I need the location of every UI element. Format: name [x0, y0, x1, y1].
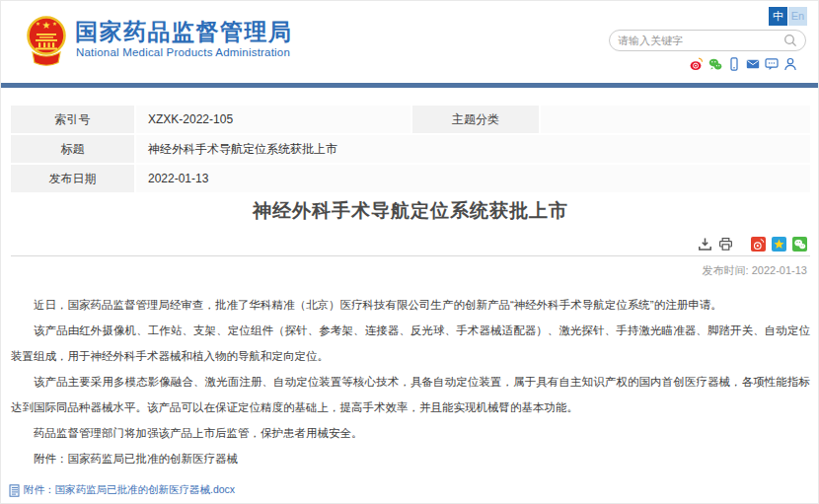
- meta-value-index: XZXK-2022-105: [136, 106, 410, 133]
- attachment-link[interactable]: 附件：国家药监局已批准的创新医疗器械.docx: [24, 483, 235, 497]
- message-icon[interactable]: [765, 57, 779, 71]
- svg-text:★: ★: [36, 21, 40, 27]
- meta-label-category: 主题分类: [412, 106, 539, 133]
- search-input[interactable]: [618, 35, 783, 46]
- attachment-link-row[interactable]: 附件：国家药监局已批准的创新医疗器械.docx: [9, 483, 235, 497]
- search-box[interactable]: [609, 30, 806, 51]
- svg-text:★: ★: [42, 20, 51, 31]
- user-icon[interactable]: [783, 57, 797, 71]
- lang-en-button[interactable]: En: [788, 7, 807, 26]
- table-row: 发布日期 2022-01-13: [11, 165, 810, 192]
- social-links: [690, 57, 797, 71]
- language-toggle: 中 En: [769, 7, 807, 26]
- site-subtitle: National Medical Products Administration: [76, 46, 290, 58]
- meta-label-pubdate: 发布日期: [11, 165, 134, 192]
- meta-label-title: 标题: [11, 135, 134, 163]
- doc-file-icon: [9, 484, 21, 497]
- weibo-icon[interactable]: [690, 57, 704, 71]
- title-divider: [11, 255, 810, 256]
- article-title: 神经外科手术导航定位系统获批上市: [11, 198, 810, 224]
- publish-time: 发布时间: 2022-01-13: [703, 263, 807, 278]
- national-emblem-logo: ★ ★ ★: [26, 13, 67, 68]
- site-title: 国家药品监督管理局: [75, 17, 293, 47]
- lang-zh-button[interactable]: 中: [769, 7, 787, 26]
- article-body: 近日，国家药品监督管理局经审查，批准了华科精准（北京）医疗科技有限公司生产的创新…: [11, 292, 810, 471]
- table-row: 索引号 XZXK-2022-105 主题分类: [11, 106, 810, 133]
- share-weibo-icon[interactable]: [751, 237, 766, 252]
- article-paragraph: 药品监督管理部门将加强该产品上市后监管，保护患者用械安全。: [11, 420, 810, 446]
- search-icon[interactable]: [783, 34, 797, 47]
- wechat-icon[interactable]: [708, 57, 722, 71]
- table-row: 标题 神经外科手术导航定位系统获批上市: [11, 135, 810, 163]
- mobile-icon[interactable]: [727, 57, 741, 71]
- svg-text:★: ★: [52, 21, 57, 27]
- meta-label-index: 索引号: [11, 106, 134, 133]
- article-paragraph: 该产品由红外摄像机、工作站、支架、定位组件（探针、参考架、连接器、反光球、手术器…: [11, 318, 810, 369]
- article-paragraph: 附件：国家药监局已批准的创新医疗器械: [11, 446, 810, 471]
- meta-value-title: 神经外科手术导航定位系统获批上市: [136, 135, 810, 163]
- meta-value-pubdate: 2022-01-13: [136, 165, 810, 192]
- nmpa-page: ★ ★ ★ 国家药品监督管理局 National Medical Product…: [0, 0, 819, 504]
- share-qzone-icon[interactable]: [772, 237, 786, 252]
- meta-value-category: [541, 106, 810, 133]
- mail-icon[interactable]: [746, 57, 760, 71]
- print-icon[interactable]: [718, 237, 733, 252]
- download-icon[interactable]: [698, 237, 712, 252]
- article-paragraph: 近日，国家药品监督管理局经审查，批准了华科精准（北京）医疗科技有限公司生产的创新…: [11, 292, 810, 318]
- article-paragraph: 该产品主要采用多模态影像融合、激光面注册、自动定位装置等核心技术，具备自动定位装…: [11, 369, 810, 420]
- article-toolbar: [698, 237, 807, 252]
- document-meta-table: 索引号 XZXK-2022-105 主题分类 标题 神经外科手术导航定位系统获批…: [11, 106, 810, 194]
- publish-time-value: 2022-01-13: [752, 264, 807, 276]
- publish-time-label: 发布时间:: [703, 264, 752, 276]
- header-divider-bar: [1, 83, 819, 88]
- share-wechat-icon[interactable]: [792, 237, 807, 252]
